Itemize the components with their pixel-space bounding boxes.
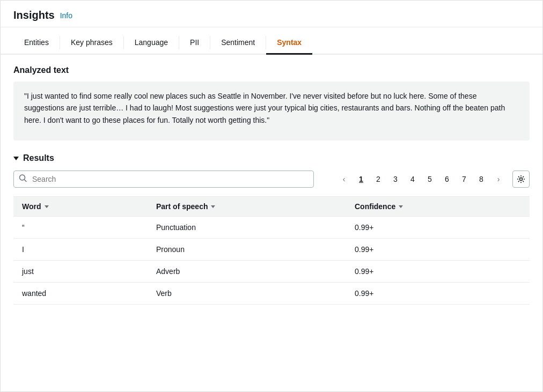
tab-keyphrases[interactable]: Key phrases <box>60 32 123 55</box>
tab-sentiment[interactable]: Sentiment <box>210 32 266 55</box>
table-header: Word Part of speech Confidence <box>13 197 530 217</box>
gear-icon <box>517 175 525 183</box>
page-3-button[interactable]: 3 <box>388 172 403 187</box>
table-settings-button[interactable] <box>512 171 530 188</box>
results-table: Word Part of speech Confidence <box>13 196 530 305</box>
pagination: ‹ 1 2 3 4 5 6 7 8 › <box>336 171 530 188</box>
analyzed-text-title: Analyzed text <box>13 65 530 75</box>
table-row: “ Punctuation 0.99+ <box>13 217 530 239</box>
analyzed-text-box: "I just wanted to find some really cool … <box>13 82 530 140</box>
col-header-word[interactable]: Word <box>13 197 148 217</box>
svg-line-1 <box>25 180 27 182</box>
page-1-button[interactable]: 1 <box>354 172 369 187</box>
cell-confidence-0: 0.99+ <box>346 217 530 239</box>
results-title: Results <box>23 153 54 163</box>
next-page-button[interactable]: › <box>491 172 506 187</box>
cell-word-2: just <box>13 261 148 283</box>
table-row: just Adverb 0.99+ <box>13 261 530 283</box>
cell-pos-1: Pronoun <box>148 239 346 261</box>
col-header-confidence[interactable]: Confidence <box>346 197 530 217</box>
page-5-button[interactable]: 5 <box>422 172 437 187</box>
table-row: I Pronoun 0.99+ <box>13 239 530 261</box>
svg-point-2 <box>520 178 523 181</box>
main-content: Analyzed text "I just wanted to find som… <box>1 55 542 315</box>
search-icon <box>19 174 27 184</box>
cell-confidence-3: 0.99+ <box>346 283 530 305</box>
results-header: Results <box>13 153 530 163</box>
table-body: “ Punctuation 0.99+ I Pronoun 0.99+ just… <box>13 217 530 305</box>
cell-word-1: I <box>13 239 148 261</box>
page-6-button[interactable]: 6 <box>439 172 454 187</box>
page-8-button[interactable]: 8 <box>474 172 489 187</box>
tab-syntax[interactable]: Syntax <box>266 32 312 55</box>
search-pagination-row: ‹ 1 2 3 4 5 6 7 8 › <box>13 171 530 188</box>
cell-word-0: “ <box>13 217 148 239</box>
page-4-button[interactable]: 4 <box>405 172 420 187</box>
cell-confidence-1: 0.99+ <box>346 239 530 261</box>
table-row: wanted Verb 0.99+ <box>13 283 530 305</box>
tab-pii[interactable]: PII <box>179 32 210 55</box>
tabs-nav: Entities Key phrases Language PII Sentim… <box>1 32 542 55</box>
cell-word-3: wanted <box>13 283 148 305</box>
col-header-pos[interactable]: Part of speech <box>148 197 346 217</box>
tab-language[interactable]: Language <box>124 32 179 55</box>
page-7-button[interactable]: 7 <box>457 172 472 187</box>
cell-pos-3: Verb <box>148 283 346 305</box>
tab-entities[interactable]: Entities <box>13 32 60 55</box>
info-link[interactable]: Info <box>60 11 72 20</box>
cell-pos-2: Adverb <box>148 261 346 283</box>
cell-confidence-2: 0.99+ <box>346 261 530 283</box>
sort-confidence-icon <box>399 205 403 208</box>
prev-page-button[interactable]: ‹ <box>336 172 351 187</box>
collapse-icon[interactable] <box>13 157 19 160</box>
page-title: Insights <box>13 9 55 21</box>
page-header: Insights Info <box>1 1 542 27</box>
sort-word-icon <box>45 205 49 208</box>
cell-pos-0: Punctuation <box>148 217 346 239</box>
page-2-button[interactable]: 2 <box>371 172 386 187</box>
search-wrapper <box>13 171 314 188</box>
sort-pos-icon <box>211 205 215 208</box>
search-input[interactable] <box>13 171 314 188</box>
